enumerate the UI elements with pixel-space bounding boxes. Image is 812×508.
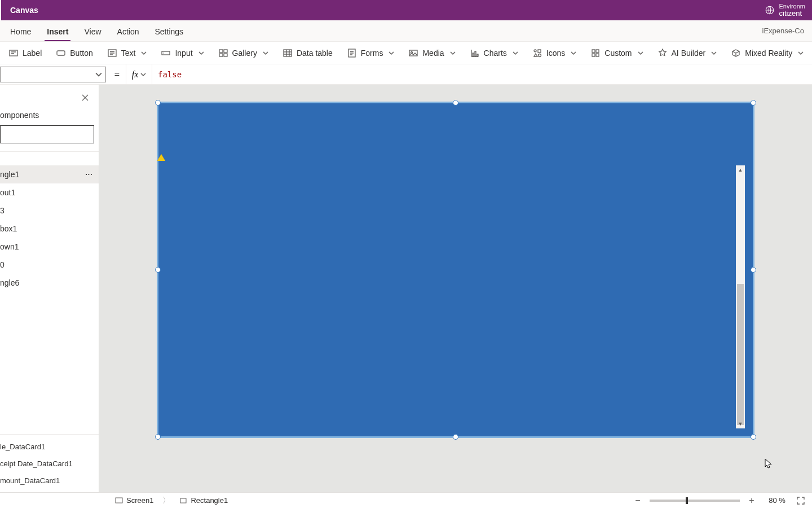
resize-handle[interactable] [751, 434, 756, 440]
tab-view[interactable]: View [76, 23, 109, 41]
resize-handle[interactable] [155, 267, 161, 273]
svg-rect-7 [219, 54, 223, 56]
expand-icon [796, 496, 805, 505]
app-name: iExpense-Co [762, 27, 804, 35]
breadcrumb-separator-icon: 〉 [162, 496, 170, 506]
zoom-slider-knob[interactable] [686, 497, 688, 504]
chevron-down-icon [140, 72, 146, 77]
close-icon[interactable] [82, 94, 89, 101]
tree-item[interactable]: mount_DataCard1 [0, 472, 99, 489]
gallery-icon [219, 49, 228, 58]
svg-rect-1 [10, 50, 17, 56]
zoom-out-button[interactable]: − [632, 496, 644, 506]
svg-point-18 [538, 54, 541, 56]
tree-item[interactable]: 0 [0, 256, 99, 274]
tree-item[interactable]: box1 [0, 220, 99, 238]
zoom-in-button[interactable]: + [745, 496, 758, 506]
text-icon [108, 49, 117, 58]
tab-settings[interactable]: Settings [147, 23, 192, 41]
scroll-up-icon[interactable]: ▲ [736, 165, 745, 174]
ribbon-media[interactable]: Media [405, 46, 458, 60]
tree-item[interactable]: ngle1 ··· [0, 165, 99, 183]
media-icon [409, 49, 418, 58]
warning-icon[interactable] [157, 154, 165, 161]
svg-rect-20 [596, 50, 599, 52]
environment-label: Environm [779, 3, 805, 10]
chevron-down-icon [450, 50, 456, 56]
tree-item[interactable]: le_DataCard1 [0, 438, 99, 455]
ribbon-label[interactable]: Label [6, 46, 45, 60]
scroll-thumb[interactable] [737, 284, 744, 425]
tree-item[interactable]: out1 [0, 183, 99, 202]
chevron-down-icon [389, 50, 394, 56]
resize-handle[interactable] [155, 434, 161, 440]
svg-rect-22 [596, 54, 599, 56]
ribbon-ai-builder[interactable]: AI Builder [655, 46, 721, 60]
ribbon-data-table[interactable]: Data table [280, 46, 336, 60]
svg-rect-15 [477, 54, 478, 56]
app-header: Canvas Environm citizent [0, 0, 812, 20]
resize-handle[interactable] [751, 100, 756, 106]
button-icon [56, 49, 65, 58]
chevron-down-icon [95, 71, 102, 78]
svg-rect-13 [473, 53, 474, 56]
input-icon [161, 49, 170, 58]
mouse-cursor-icon [765, 458, 773, 470]
ribbon-input[interactable]: Input [158, 46, 207, 60]
insert-ribbon: Label Button Text Input Gallery Data tab… [0, 42, 812, 64]
svg-rect-9 [284, 50, 292, 56]
ribbon-gallery[interactable]: Gallery [215, 46, 272, 60]
svg-rect-2 [57, 51, 65, 55]
tree-items: ngle1 ··· out1 3 box1 own1 0 ngle6 [0, 165, 99, 434]
resize-handle[interactable] [751, 267, 756, 273]
data-cards-section: le_DataCard1 ceipt Date_DataCard1 mount_… [0, 434, 99, 492]
chevron-down-icon [198, 50, 204, 56]
icons-icon [533, 49, 542, 58]
tab-home[interactable]: Home [2, 23, 39, 41]
ribbon-forms[interactable]: Forms [344, 46, 398, 60]
formula-input[interactable] [152, 64, 812, 84]
more-icon[interactable]: ··· [84, 170, 94, 178]
canvas-workspace[interactable]: ▲ ▼ [99, 85, 812, 492]
resize-handle[interactable] [155, 100, 161, 106]
ribbon-icons[interactable]: Icons [529, 46, 580, 60]
chevron-down-icon [571, 50, 576, 56]
ribbon-text[interactable]: Text [104, 46, 151, 60]
tree-item[interactable]: ngle6 [0, 274, 99, 292]
fit-to-screen-button[interactable] [796, 496, 805, 505]
chevron-down-icon [638, 50, 643, 56]
ribbon-custom[interactable]: Custom [588, 46, 646, 60]
scroll-down-icon[interactable]: ▼ [736, 419, 745, 428]
components-tab-label[interactable]: omponents [0, 111, 99, 125]
zoom-slider[interactable] [650, 500, 740, 502]
status-bar: Screen1 〉 Rectangle1 − + 80 % [0, 492, 812, 508]
chevron-down-icon [798, 50, 804, 56]
property-selector[interactable] [0, 67, 106, 82]
ai-builder-icon [658, 49, 667, 58]
svg-rect-24 [180, 498, 186, 503]
tab-action[interactable]: Action [109, 23, 147, 41]
environment-picker[interactable]: Environm citizent [765, 3, 805, 17]
tree-item[interactable]: own1 [0, 238, 99, 256]
ribbon-mixed-reality[interactable]: Mixed Reality [728, 46, 807, 60]
ribbon-button[interactable]: Button [53, 46, 96, 60]
selected-rectangle[interactable]: ▲ ▼ [157, 102, 754, 438]
svg-rect-6 [224, 50, 227, 52]
chevron-down-icon [263, 50, 268, 56]
chevron-down-icon [141, 50, 147, 56]
fx-button[interactable]: fx [126, 64, 152, 84]
charts-icon [470, 49, 479, 58]
svg-rect-21 [592, 54, 595, 56]
rectangle-icon [179, 497, 187, 505]
tree-item[interactable]: ceipt Date_DataCard1 [0, 455, 99, 472]
tree-view-panel: omponents ngle1 ··· out1 3 box1 own1 0 n… [0, 85, 99, 492]
tab-insert[interactable]: Insert [39, 23, 76, 41]
ribbon-charts[interactable]: Charts [467, 46, 522, 60]
resize-handle[interactable] [453, 434, 458, 440]
breadcrumb-rectangle[interactable]: Rectangle1 [176, 496, 231, 505]
tree-item[interactable]: 3 [0, 202, 99, 220]
tree-search-input[interactable] [0, 125, 94, 143]
inner-scrollbar[interactable]: ▲ ▼ [736, 165, 745, 428]
breadcrumb-screen[interactable]: Screen1 [112, 496, 157, 505]
resize-handle[interactable] [453, 100, 458, 106]
